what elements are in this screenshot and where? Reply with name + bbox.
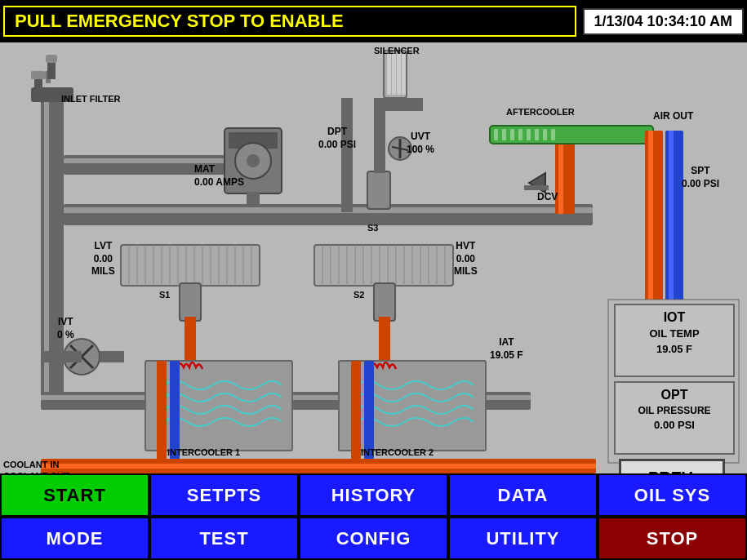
svg-rect-31	[341, 98, 353, 212]
svg-rect-21	[374, 108, 385, 173]
dpt-label: DPT	[327, 126, 347, 137]
spt-value: 0.00 PSI	[682, 178, 719, 189]
svg-rect-39	[527, 129, 531, 140]
ivt-label-group: IVT 0 %	[57, 316, 74, 341]
start-button[interactable]: START	[0, 473, 149, 517]
dpt-label-group: DPT 0.00 PSI	[318, 126, 356, 151]
uvt-label: UVT	[411, 131, 430, 142]
ivt-value: 0 %	[57, 329, 74, 340]
oilsys-button[interactable]: OIL SYS	[598, 473, 747, 517]
emergency-banner: PULL EMERGENCY STOP TO ENABLE	[3, 6, 576, 37]
uvt-value: 100 %	[407, 144, 434, 155]
svg-rect-29	[397, 54, 401, 95]
svg-rect-98	[157, 361, 167, 459]
svg-rect-10	[46, 55, 57, 63]
coolant-in-label: COOLANT IN	[3, 460, 59, 469]
svg-rect-42	[551, 129, 555, 140]
svg-rect-66	[314, 245, 453, 286]
spt-label-group: SPT 0.00 PSI	[682, 165, 719, 190]
dcv-label: DCV	[537, 191, 558, 204]
svg-rect-22	[374, 98, 423, 111]
svg-rect-40	[535, 129, 539, 140]
diagram-area: INLET FILTER MAT 0.00 AMPS DPT 0.00 PSI …	[0, 42, 747, 516]
svg-rect-36	[502, 129, 506, 140]
spt-label: SPT	[691, 165, 709, 176]
config-button[interactable]: CONFIG	[299, 517, 448, 560]
data-button[interactable]: DATA	[448, 473, 598, 517]
aftercooler-label: AFTERCOOLER	[506, 106, 575, 118]
setpts-button[interactable]: SETPTS	[149, 473, 299, 517]
svg-rect-95	[41, 464, 596, 469]
intercooler1-label: INTERCOOLER 1	[167, 447, 240, 458]
nav-row-2: MODE TEST CONFIG UTILITY STOP	[0, 517, 747, 560]
s2-label: S2	[353, 289, 364, 300]
svg-rect-18	[64, 204, 593, 225]
iot-sub: OIL TEMP	[619, 327, 730, 341]
svg-rect-99	[170, 361, 180, 459]
hvt-value: 0.00MILS	[454, 253, 478, 278]
iat-label: IAT	[499, 336, 514, 348]
mat-value: 0.00 AMPS	[194, 176, 244, 188]
inlet-filter-label: INLET FILTER	[61, 93, 121, 104]
opt-value: 0.00 PSI	[619, 418, 730, 433]
s3-label: S3	[367, 222, 378, 233]
svg-rect-93	[100, 351, 124, 362]
stop-button[interactable]: STOP	[598, 517, 747, 560]
svg-point-16	[247, 154, 260, 167]
ivt-label: IVT	[58, 316, 73, 327]
intercooler2-label: INTERCOOLER 2	[361, 447, 434, 458]
dpt-value: 0.00 PSI	[318, 139, 356, 150]
test-button[interactable]: TEST	[149, 517, 299, 560]
svg-rect-19	[64, 207, 593, 213]
iat-value: 19.05 F	[490, 349, 523, 361]
hvt-label-group: HVT 0.00MILS	[454, 240, 478, 278]
svg-rect-100	[351, 361, 361, 459]
lvt-label-group: LVT 0.00MILS	[91, 240, 115, 278]
uvt-label-group: UVT 100 %	[407, 131, 434, 156]
iot-box: IOT OIL TEMP 19.05 F	[614, 304, 735, 377]
lvt-value: 0.00MILS	[91, 253, 115, 278]
iot-value: 19.05 F	[619, 342, 730, 357]
silencer-label: SILENCER	[374, 45, 420, 56]
nav-row-1: START SETPTS HISTORY DATA OIL SYS	[0, 473, 747, 517]
svg-rect-30	[402, 54, 406, 95]
iat-label-group: IAT 19.05 F	[490, 336, 523, 362]
header: PULL EMERGENCY STOP TO ENABLE 1/13/04 10…	[0, 0, 747, 42]
history-button[interactable]: HISTORY	[299, 473, 448, 517]
air-out-label: AIR OUT	[653, 110, 693, 123]
iot-label: IOT	[619, 309, 730, 327]
svg-rect-49	[121, 245, 260, 286]
mat-label-group: MAT 0.00 AMPS	[194, 163, 244, 189]
bottom-nav: START SETPTS HISTORY DATA OIL SYS MODE T…	[0, 473, 747, 560]
s1-label: S1	[159, 289, 170, 300]
opt-box: OPT OIL PRESSURE 0.00 PSI	[614, 381, 735, 455]
opt-label: OPT	[619, 386, 730, 404]
mat-label: MAT	[194, 163, 215, 175]
hvt-label: HVT	[456, 240, 475, 251]
svg-rect-27	[387, 54, 391, 95]
svg-rect-41	[543, 129, 547, 140]
svg-rect-101	[364, 361, 374, 459]
svg-rect-48	[524, 185, 549, 190]
svg-rect-20	[367, 171, 390, 209]
lvt-label: LVT	[94, 240, 112, 251]
svg-rect-37	[510, 129, 514, 140]
svg-rect-38	[518, 129, 522, 140]
svg-rect-7	[31, 71, 46, 79]
svg-rect-35	[494, 129, 498, 140]
svg-rect-84	[374, 283, 395, 321]
opt-sub: OIL PRESSURE	[619, 404, 730, 418]
svg-rect-92	[41, 351, 82, 362]
datetime-display: 1/13/04 10:34:10 AM	[583, 8, 744, 35]
mode-button[interactable]: MODE	[0, 517, 149, 560]
svg-rect-28	[392, 54, 396, 95]
svg-rect-83	[180, 283, 201, 321]
utility-button[interactable]: UTILITY	[448, 517, 598, 560]
